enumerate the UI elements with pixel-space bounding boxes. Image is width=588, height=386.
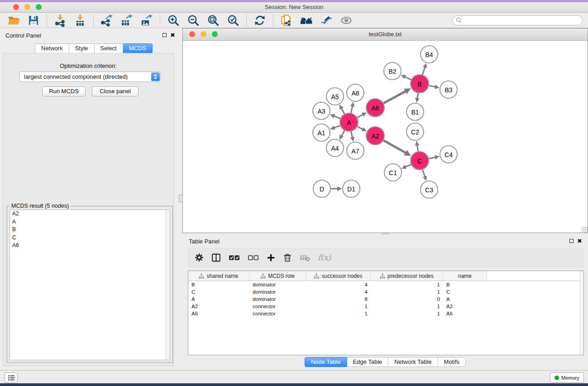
export-table-icon[interactable] bbox=[120, 14, 134, 27]
graph-node-A4[interactable]: A4 bbox=[326, 139, 344, 157]
table-cell: A bbox=[188, 296, 249, 302]
graph-node-C4[interactable]: C4 bbox=[440, 146, 457, 163]
graph-node-A7[interactable]: A7 bbox=[347, 142, 364, 159]
table-body: Bdominator41BCdominator41CAdominator80AA… bbox=[188, 281, 583, 317]
graph-edge[interactable] bbox=[382, 91, 406, 104]
column-header-name[interactable]: name bbox=[443, 271, 487, 281]
zoom-fit-icon[interactable] bbox=[206, 14, 220, 27]
graph-node-B4[interactable]: B4 bbox=[421, 46, 438, 63]
tab-motifs[interactable]: Motifs bbox=[438, 357, 466, 367]
network-window-titlebar[interactable]: testGlobe.txt bbox=[183, 29, 588, 41]
network-window-title: testGlobe.txt bbox=[183, 29, 588, 40]
tab-network-table[interactable]: Network Table bbox=[388, 357, 438, 367]
import-table-icon[interactable] bbox=[73, 14, 87, 27]
table-row[interactable]: A2connector11A2 bbox=[188, 303, 583, 310]
graph-node-D1[interactable]: D1 bbox=[343, 180, 360, 197]
delete-column-icon[interactable] bbox=[283, 253, 292, 262]
unselect-all-icon[interactable] bbox=[248, 254, 259, 262]
settings-gear-icon[interactable] bbox=[195, 253, 204, 262]
result-item[interactable]: A6 bbox=[10, 242, 170, 250]
graph-node-C2[interactable]: C2 bbox=[406, 123, 424, 140]
mcds-result-groupbox: MCDS result (5 nodes) A2ABCA6 bbox=[7, 206, 173, 363]
graph-node-D[interactable]: D bbox=[313, 180, 330, 197]
tab-network[interactable]: Network bbox=[35, 43, 69, 53]
svg-text:A5: A5 bbox=[331, 93, 339, 100]
column-header-MCDS-role[interactable]: MCDS role bbox=[249, 271, 306, 281]
float-table-panel-icon[interactable] bbox=[569, 239, 574, 243]
network-graph[interactable]: AA1A2A3A4A5A6A7A8BB1B2B3B4CC1C2C3C4DD1 bbox=[183, 40, 587, 233]
graph-node-A8[interactable]: A8 bbox=[347, 84, 364, 101]
graph-node-B3[interactable]: B3 bbox=[440, 81, 457, 98]
run-mcds-button[interactable]: Run MCDS bbox=[42, 86, 86, 96]
graph-node-B1[interactable]: B1 bbox=[406, 103, 424, 120]
show-columns-icon[interactable] bbox=[211, 253, 221, 262]
search-box[interactable] bbox=[452, 15, 583, 25]
resize-grip-icon[interactable] bbox=[582, 227, 588, 233]
graph-edge[interactable] bbox=[382, 140, 406, 153]
tab-mcds[interactable]: MCDS bbox=[123, 43, 153, 53]
close-panel-button[interactable]: Close panel bbox=[92, 86, 139, 96]
result-scrollbar[interactable] bbox=[165, 210, 170, 360]
tab-edge-table[interactable]: Edge Table bbox=[347, 357, 388, 367]
graph-node-B[interactable]: B bbox=[411, 75, 429, 93]
graph-node-C[interactable]: C bbox=[411, 152, 429, 170]
import-network-icon[interactable] bbox=[53, 14, 67, 27]
tab-select[interactable]: Select bbox=[95, 43, 123, 53]
function-builder-icon[interactable]: f(x) bbox=[318, 253, 331, 262]
result-item[interactable]: B bbox=[10, 226, 170, 234]
refresh-icon[interactable] bbox=[253, 14, 267, 27]
memory-button[interactable]: Memory bbox=[550, 372, 584, 383]
table-scrollbar[interactable] bbox=[579, 271, 583, 355]
graph-node-A6[interactable]: A6 bbox=[366, 99, 384, 117]
column-header-successor-nodes[interactable]: successor nodes bbox=[306, 271, 371, 281]
table-row[interactable]: Bdominator41B bbox=[188, 281, 583, 288]
table-row[interactable]: A6connector11A6 bbox=[188, 310, 583, 317]
panel-selector-button[interactable] bbox=[5, 372, 18, 383]
criterion-dropdown[interactable]: largest connected component (directed) bbox=[19, 71, 161, 82]
graph-node-A1[interactable]: A1 bbox=[313, 124, 330, 141]
splitter-grip-icon[interactable] bbox=[179, 195, 183, 202]
zoom-out-icon[interactable] bbox=[186, 14, 200, 27]
show-graphics-details-icon[interactable] bbox=[339, 14, 353, 27]
graph-node-A[interactable]: A bbox=[340, 113, 358, 131]
graph-node-A3[interactable]: A3 bbox=[313, 102, 330, 119]
search-input[interactable] bbox=[464, 17, 579, 24]
tab-style[interactable]: Style bbox=[69, 43, 95, 53]
graph-node-C3[interactable]: C3 bbox=[421, 181, 438, 198]
result-item[interactable]: A bbox=[10, 218, 170, 226]
open-session-icon[interactable] bbox=[7, 14, 20, 27]
graph-edge-arrow-icon bbox=[415, 141, 420, 146]
network-zoom-traffic-light[interactable] bbox=[212, 31, 218, 37]
zoom-in-icon[interactable] bbox=[167, 14, 180, 27]
network-minimize-traffic-light[interactable] bbox=[201, 31, 206, 37]
table-cell: dominator bbox=[249, 282, 306, 287]
result-item[interactable]: C bbox=[10, 234, 170, 242]
home-view-icon[interactable] bbox=[300, 14, 313, 27]
table-row[interactable]: Adominator80A bbox=[188, 295, 583, 303]
export-image-icon[interactable] bbox=[140, 14, 153, 27]
graph-node-A2[interactable]: A2 bbox=[366, 127, 384, 145]
result-item[interactable]: A2 bbox=[10, 210, 170, 218]
graph-node-A5[interactable]: A5 bbox=[326, 88, 344, 105]
graph-node-B2[interactable]: B2 bbox=[384, 62, 401, 80]
save-session-icon[interactable] bbox=[27, 14, 40, 27]
column-header-predecessor-nodes[interactable]: predecessor nodes bbox=[371, 271, 443, 281]
svg-text:A7: A7 bbox=[351, 148, 359, 155]
add-column-icon[interactable] bbox=[267, 253, 275, 262]
network-close-traffic-light[interactable] bbox=[189, 31, 195, 37]
close-panel-icon[interactable]: ✖ bbox=[170, 32, 175, 38]
close-table-panel-icon[interactable]: ✖ bbox=[577, 238, 582, 244]
graph-edge[interactable] bbox=[422, 67, 425, 76]
hide-annotations-icon[interactable] bbox=[320, 14, 333, 27]
copy-network-icon[interactable] bbox=[280, 14, 293, 27]
zoom-selected-icon[interactable] bbox=[226, 14, 240, 27]
table-panel: Table Panel ✖ f(x) shared nameMCDS roles… bbox=[182, 235, 588, 370]
float-panel-icon[interactable] bbox=[163, 33, 167, 37]
table-row[interactable]: Cdominator41C bbox=[188, 288, 583, 295]
export-network-icon[interactable] bbox=[100, 14, 114, 27]
select-all-icon[interactable] bbox=[229, 254, 240, 262]
column-header-shared-name[interactable]: shared name bbox=[188, 271, 249, 281]
tab-node-table[interactable]: Node Table bbox=[305, 357, 347, 367]
delete-table-icon[interactable] bbox=[300, 254, 310, 262]
graph-node-C1[interactable]: C1 bbox=[384, 164, 402, 181]
